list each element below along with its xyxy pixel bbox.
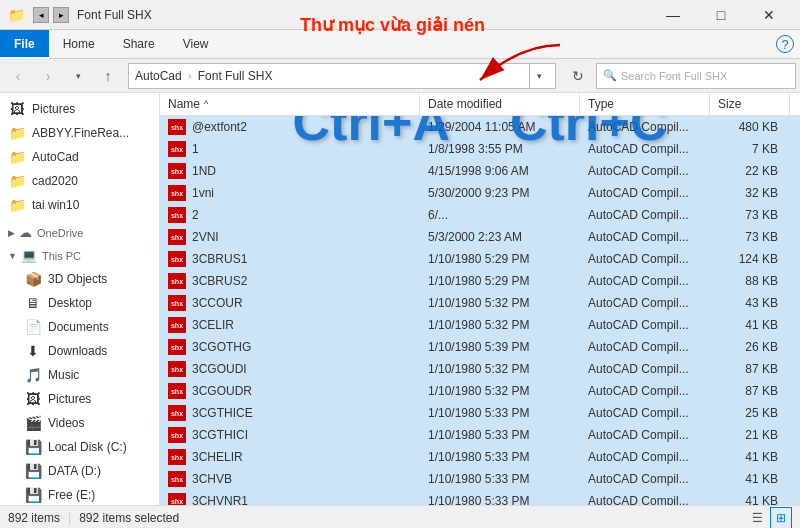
sidebar-onedrive[interactable]: ▶ ☁ OneDrive <box>0 221 159 244</box>
help-icon[interactable]: ? <box>776 35 794 53</box>
sidebar-item-localc[interactable]: 💾 Local Disk (C:) <box>0 435 159 459</box>
onedrive-icon: ☁ <box>19 225 32 240</box>
file-date-cell: 6/... <box>420 205 580 225</box>
file-size-cell: 41 KB <box>710 469 790 489</box>
sidebar-item-label: OneDrive <box>37 227 83 239</box>
address-bar[interactable]: AutoCad › Font Full SHX ▾ <box>128 63 556 89</box>
sidebar-item-videos[interactable]: 🎬 Videos <box>0 411 159 435</box>
table-row[interactable]: shx 3CGTHICE 1/10/1980 5:33 PM AutoCAD C… <box>160 402 800 424</box>
file-name-cell: shx 3CGTHICE <box>160 402 420 424</box>
table-row[interactable]: shx 2VNI 5/3/2000 2:23 AM AutoCAD Compil… <box>160 226 800 248</box>
folder-icon: 📁 <box>8 196 26 214</box>
title-back-btn[interactable]: ◂ <box>33 7 49 23</box>
table-row[interactable]: shx 1vni 5/30/2000 9:23 PM AutoCAD Compi… <box>160 182 800 204</box>
shx-file-icon: shx <box>168 163 186 179</box>
tab-file[interactable]: File <box>0 30 49 59</box>
table-row[interactable]: shx @extfont2 1/29/2004 11:05 AM AutoCAD… <box>160 116 800 138</box>
sidebar-item-music[interactable]: 🎵 Music <box>0 363 159 387</box>
details-view-button[interactable]: ☰ <box>746 507 768 529</box>
sort-arrow-icon: ^ <box>204 99 208 109</box>
sidebar-item-pictures-quick[interactable]: 🖼 Pictures <box>0 97 159 121</box>
file-size-cell: 41 KB <box>710 315 790 335</box>
file-date-cell: 5/30/2000 9:23 PM <box>420 183 580 203</box>
sidebar-item-3dobjects[interactable]: 📦 3D Objects <box>0 267 159 291</box>
column-size-label: Size <box>718 97 741 111</box>
shx-file-icon: shx <box>168 141 186 157</box>
search-bar[interactable]: 🔍 Search Font Full SHX <box>596 63 796 89</box>
minimize-button[interactable]: — <box>650 0 696 30</box>
pictures-icon: 🖼 <box>24 390 42 408</box>
title-forward-btn[interactable]: ▸ <box>53 7 69 23</box>
file-name-text: 3CGOUDR <box>192 384 252 398</box>
sidebar-item-pictures[interactable]: 🖼 Pictures <box>0 387 159 411</box>
maximize-button[interactable]: □ <box>698 0 744 30</box>
sidebar-item-downloads[interactable]: ⬇ 892 items Downloads <box>0 339 159 363</box>
file-name-text: 3CHELIR <box>192 450 243 464</box>
file-name-cell: shx 3CGOTHG <box>160 336 420 358</box>
column-header-size[interactable]: Size <box>710 93 790 115</box>
sidebar-item-desktop[interactable]: 🖥 Desktop <box>0 291 159 315</box>
3dobjects-icon: 📦 <box>24 270 42 288</box>
table-row[interactable]: shx 3CELIR 1/10/1980 5:32 PM AutoCAD Com… <box>160 314 800 336</box>
file-type-cell: AutoCAD Compil... <box>580 139 710 159</box>
table-row[interactable]: shx 3CGOUDR 1/10/1980 5:32 PM AutoCAD Co… <box>160 380 800 402</box>
file-name-cell: shx 3CGTHICI <box>160 424 420 446</box>
table-row[interactable]: shx 3CCOUR 1/10/1980 5:32 PM AutoCAD Com… <box>160 292 800 314</box>
table-row[interactable]: shx 3CGTHICI 1/10/1980 5:33 PM AutoCAD C… <box>160 424 800 446</box>
file-size-cell: 25 KB <box>710 403 790 423</box>
table-row[interactable]: shx 1ND 4/15/1998 9:06 AM AutoCAD Compil… <box>160 160 800 182</box>
sidebar-item-label: tai win10 <box>32 198 79 212</box>
table-row[interactable]: shx 3CGOUDI 1/10/1980 5:32 PM AutoCAD Co… <box>160 358 800 380</box>
table-row[interactable]: shx 3CGOTHG 1/10/1980 5:39 PM AutoCAD Co… <box>160 336 800 358</box>
sidebar-item-autocad[interactable]: 📁 AutoCad <box>0 145 159 169</box>
file-size-cell: 43 KB <box>710 293 790 313</box>
tab-home[interactable]: Home <box>49 30 109 58</box>
file-type-cell: AutoCAD Compil... <box>580 205 710 225</box>
file-list: Name ^ Date modified Type Size shx @extf… <box>160 93 800 505</box>
disk-icon: 💾 <box>24 462 42 480</box>
tab-view[interactable]: View <box>169 30 223 58</box>
sidebar-thispc[interactable]: ▼ 💻 This PC <box>0 244 159 267</box>
file-name-cell: shx 3CBRUS1 <box>160 248 420 270</box>
table-row[interactable]: shx 3CHELIR 1/10/1980 5:33 PM AutoCAD Co… <box>160 446 800 468</box>
column-header-name[interactable]: Name ^ <box>160 93 420 115</box>
forward-button[interactable]: › <box>34 62 62 90</box>
table-row[interactable]: shx 3CBRUS1 1/10/1980 5:29 PM AutoCAD Co… <box>160 248 800 270</box>
back-button[interactable]: ‹ <box>4 62 32 90</box>
column-header-date[interactable]: Date modified <box>420 93 580 115</box>
table-row[interactable]: shx 1 1/8/1998 3:55 PM AutoCAD Compil...… <box>160 138 800 160</box>
sidebar-item-cad2020[interactable]: 📁 cad2020 <box>0 169 159 193</box>
table-row[interactable]: shx 3CBRUS2 1/10/1980 5:29 PM AutoCAD Co… <box>160 270 800 292</box>
close-button[interactable]: ✕ <box>746 0 792 30</box>
table-row[interactable]: shx 3CHVNR1 1/10/1980 5:33 PM AutoCAD Co… <box>160 490 800 505</box>
file-size-cell: 22 KB <box>710 161 790 181</box>
sidebar-item-abbyy[interactable]: 📁 ABBYY.FineRea... <box>0 121 159 145</box>
refresh-button[interactable]: ↻ <box>564 62 592 90</box>
file-size-cell: 32 KB <box>710 183 790 203</box>
file-date-cell: 1/10/1980 5:32 PM <box>420 359 580 379</box>
file-date-cell: 1/10/1980 5:33 PM <box>420 425 580 445</box>
table-row[interactable]: shx 3CHVB 1/10/1980 5:33 PM AutoCAD Comp… <box>160 468 800 490</box>
shx-file-icon: shx <box>168 273 186 289</box>
file-name-text: @extfont2 <box>192 120 247 134</box>
title-controls: — □ ✕ <box>650 0 792 30</box>
file-date-cell: 1/10/1980 5:32 PM <box>420 315 580 335</box>
shx-file-icon: shx <box>168 361 186 377</box>
sidebar-item-taiwin10[interactable]: 📁 tai win10 <box>0 193 159 217</box>
file-name-text: 2VNI <box>192 230 219 244</box>
tab-share[interactable]: Share <box>109 30 169 58</box>
sidebar-item-label: This PC <box>42 250 81 262</box>
list-view-button[interactable]: ⊞ <box>770 507 792 529</box>
title-bar: 📁 ◂ ▸ Font Full SHX — □ ✕ <box>0 0 800 30</box>
address-dropdown-button[interactable]: ▾ <box>529 64 549 88</box>
recent-locations-button[interactable]: ▾ <box>64 62 92 90</box>
sidebar-item-documents[interactable]: 📄 Documents <box>0 315 159 339</box>
sidebar-item-freee[interactable]: 💾 Free (E:) <box>0 483 159 505</box>
up-button[interactable]: ↑ <box>94 62 122 90</box>
column-header-type[interactable]: Type <box>580 93 710 115</box>
file-size-cell: 88 KB <box>710 271 790 291</box>
table-row[interactable]: shx 2 6/... AutoCAD Compil... 73 KB <box>160 204 800 226</box>
file-date-cell: 1/10/1980 5:33 PM <box>420 403 580 423</box>
sidebar-item-datad[interactable]: 💾 DATA (D:) <box>0 459 159 483</box>
sidebar-item-label: Local Disk (C:) <box>48 440 127 454</box>
